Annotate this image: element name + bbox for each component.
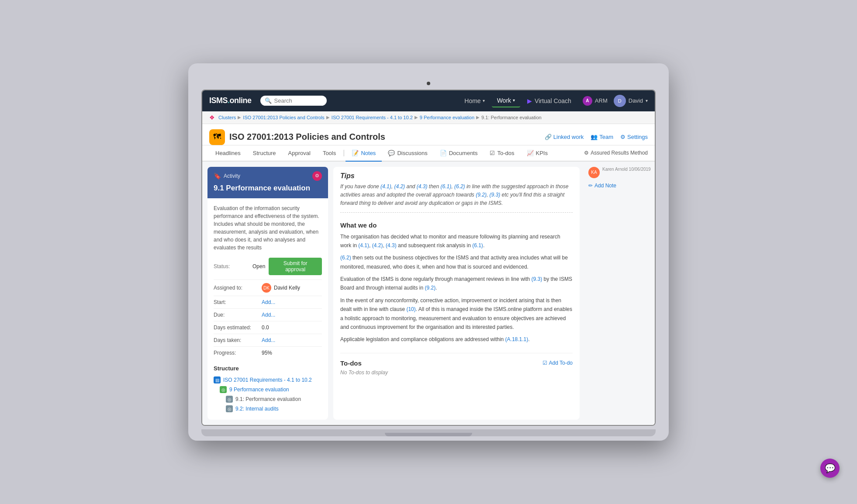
link-p4-10[interactable]: (10)	[406, 306, 415, 312]
kpis-icon: 📈	[527, 150, 534, 156]
link-icon: 🔗	[545, 134, 552, 140]
tab-tools[interactable]: Tools	[317, 145, 342, 162]
breadcrumb-sep-2: ▶	[326, 115, 330, 120]
breadcrumb-performance-eval[interactable]: 9 Performance evaluation	[420, 115, 474, 120]
link-p1-4-3[interactable]: (4.3)	[386, 242, 397, 249]
structure-section: Structure ▤ ISO 27001 Requirements - 4.1…	[214, 365, 322, 414]
team-link[interactable]: 👥 Team	[591, 134, 613, 140]
link-4-2[interactable]: (4.2)	[394, 183, 405, 190]
breadcrumb-clusters[interactable]: Clusters	[218, 115, 236, 120]
todos-section: To-dos ☑ Add To-do No To-dos to display	[340, 353, 573, 376]
todos-title: To-dos	[340, 359, 362, 367]
link-9-3[interactable]: (9.3)	[490, 192, 501, 198]
link-p3-9-3[interactable]: (9.3)	[532, 276, 543, 282]
linked-work-link[interactable]: 🔗 Linked work	[545, 134, 584, 140]
link-6-1[interactable]: (6.1)	[441, 183, 452, 190]
tips-divider	[340, 212, 573, 213]
search-input[interactable]	[274, 97, 322, 104]
activity-header: 🔖 Activity ⚙	[214, 171, 322, 181]
nav-home[interactable]: Home ▾	[459, 95, 490, 107]
body-para-2: (6.2) then sets out the business objecti…	[340, 253, 573, 271]
nav-user[interactable]: D David ▾	[614, 95, 648, 107]
settings-link[interactable]: ⚙ Settings	[620, 134, 648, 140]
nav-work[interactable]: Work ▾	[492, 94, 520, 107]
activity-settings-btn[interactable]: ⚙	[312, 171, 322, 181]
discussions-icon: 💬	[388, 150, 395, 156]
status-value: Open	[252, 263, 265, 269]
tab-discussions[interactable]: 💬 Discussions	[382, 145, 433, 162]
chat-bubble-button[interactable]: 💬	[820, 459, 840, 478]
link-4-3[interactable]: (4.3)	[417, 183, 428, 190]
struct-link-0[interactable]: ISO 27001 Requirements - 4.1 to 10.2	[223, 377, 312, 383]
top-nav: ISMS.online 🔍 Home ▾ Work ▾ ▶ Virtual Co…	[202, 90, 655, 111]
link-p1-4-2[interactable]: (4.2)	[372, 242, 383, 249]
add-note-button[interactable]: ✏ Add Note	[588, 183, 651, 189]
todos-header: To-dos ☑ Add To-do	[340, 359, 573, 367]
breadcrumb-sep-4: ▶	[476, 115, 480, 120]
progress-value: 95%	[262, 350, 272, 356]
days-estimated-row: Days estimated: 0.0	[214, 321, 322, 334]
nav-virtual-coach[interactable]: ▶ Virtual Coach	[522, 95, 577, 107]
link-p2-6-2[interactable]: (6.2)	[340, 255, 351, 261]
tab-todos[interactable]: ☑ To-dos	[484, 145, 520, 162]
page-header: 🗺 ISO 27001:2013 Policies and Controls 🔗…	[202, 124, 655, 145]
tab-headlines[interactable]: Headlines	[209, 145, 247, 162]
play-icon: ▶	[527, 97, 532, 104]
user-avatar: D	[614, 95, 626, 107]
center-panel: Tips If you have done (4.1), (4.2) and (…	[333, 167, 580, 420]
breadcrumb-requirements[interactable]: ISO 27001 Requirements - 4.1 to 10.2	[332, 115, 413, 120]
link-9-2[interactable]: (9.2)	[476, 192, 487, 198]
struct-icon-2: ◎	[226, 396, 233, 403]
tips-title: Tips	[340, 172, 573, 180]
tab-structure[interactable]: Structure	[247, 145, 282, 162]
status-label: Status:	[214, 263, 249, 269]
nav-links: Home ▾ Work ▾ ▶ Virtual Coach A ARM D	[459, 93, 648, 108]
link-p1-4-1[interactable]: (4.1)	[358, 242, 369, 249]
struct-icon-1: ◎	[220, 386, 227, 393]
days-taken-row: Days taken: Add...	[214, 334, 322, 346]
nav-arm[interactable]: A ARM	[578, 93, 612, 108]
activity-title: 9.1 Performance evaluation	[214, 183, 322, 193]
breadcrumb: ❖ Clusters ▶ ISO 27001:2013 Policies and…	[202, 111, 655, 124]
struct-link-1[interactable]: 9 Performance evaluation	[229, 387, 289, 393]
right-sidebar: KA Karen Arnold 10/06/2019 ✏ Add Note	[585, 162, 655, 425]
todos-empty-msg: No To-dos to display	[340, 369, 573, 376]
submit-approval-button[interactable]: Submit for approval	[269, 258, 322, 275]
commenter-avatar: KA	[588, 167, 600, 178]
bookmark-icon: 🔖	[214, 173, 221, 180]
tab-documents[interactable]: 📄 Documents	[434, 145, 484, 162]
link-p5-a18[interactable]: (A.18.1.1)	[505, 336, 529, 342]
body-para-1: The organisation has decided what to mon…	[340, 232, 573, 250]
add-todo-icon: ☑	[543, 360, 547, 366]
link-6-2[interactable]: (6.2)	[454, 183, 465, 190]
what-we-do-title: What we do	[340, 221, 573, 229]
link-p1-6-1[interactable]: (6.1)	[472, 242, 483, 249]
breadcrumb-policies[interactable]: ISO 27001:2013 Policies and Controls	[243, 115, 325, 120]
breadcrumb-current: 9.1: Performance evaluation	[481, 115, 542, 120]
link-4-1[interactable]: (4.1)	[380, 183, 391, 190]
sub-nav-separator: |	[342, 149, 346, 157]
struct-item-1: ◎ 9 Performance evaluation	[220, 385, 322, 394]
tab-approval[interactable]: Approval	[282, 145, 317, 162]
due-value[interactable]: Add...	[262, 312, 275, 318]
struct-icon-0: ▤	[214, 376, 221, 383]
brand-logo: ISMS.online	[209, 96, 252, 105]
days-taken-value[interactable]: Add...	[262, 337, 275, 343]
tab-notes[interactable]: 📝 Notes	[346, 145, 382, 162]
search-box[interactable]: 🔍	[260, 96, 327, 106]
due-label: Due:	[214, 312, 262, 318]
arm-link[interactable]: ⚙ Assured Results Method	[584, 150, 648, 156]
struct-item-0: ▤ ISO 27001 Requirements - 4.1 to 10.2	[214, 375, 322, 385]
add-todo-button[interactable]: ☑ Add To-do	[543, 360, 573, 366]
struct-link-3[interactable]: 9.2: Internal audits	[235, 406, 279, 412]
tab-kpis[interactable]: 📈 KPIs	[521, 145, 554, 162]
activity-card: 🔖 Activity ⚙ 9.1 Performance evaluation	[207, 167, 328, 198]
start-value[interactable]: Add...	[262, 299, 275, 305]
laptop-base	[201, 429, 656, 436]
link-p3-9-2[interactable]: (9.2)	[425, 285, 435, 291]
body-para-3: Evaluation of the ISMS is done regularly…	[340, 275, 573, 293]
home-arrow-icon: ▾	[483, 98, 485, 103]
days-taken-label: Days taken:	[214, 337, 262, 343]
user-arrow-icon: ▾	[646, 98, 648, 103]
arm-circle-icon: A	[583, 96, 592, 106]
